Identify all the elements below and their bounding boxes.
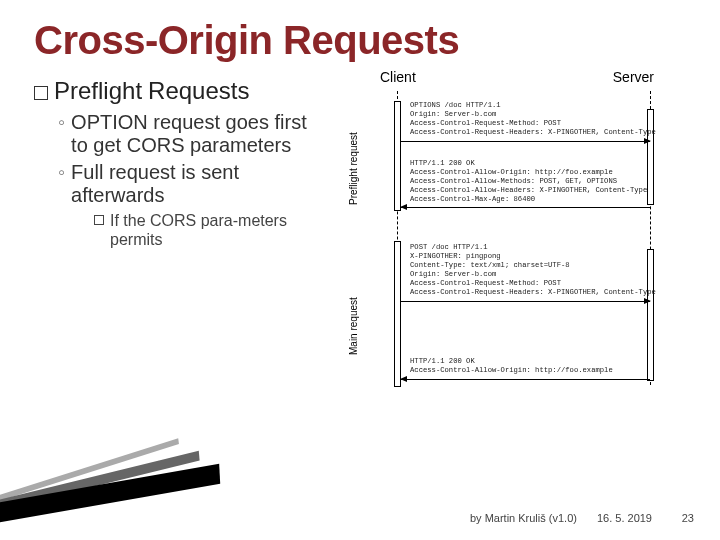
decorative-wedge bbox=[0, 476, 230, 534]
response-msg-1: HTTP/1.1 200 OK Access-Control-Allow-Ori… bbox=[410, 159, 647, 204]
slide-footer: by Martin Kruliš (v1.0) 16. 5. 2019 23 bbox=[0, 512, 720, 524]
sequence-diagram: Client Server Preflight request Main req… bbox=[332, 69, 692, 419]
list-item: ◦ OPTION request goes first to get CORS … bbox=[58, 111, 322, 157]
preflight-vlabel: Preflight request bbox=[348, 132, 359, 205]
request-msg-2: POST /doc HTTP/1.1 X-PINGOTHER: pingpong… bbox=[410, 243, 656, 297]
response-msg-2: HTTP/1.1 200 OK Access-Control-Allow-Ori… bbox=[410, 357, 613, 375]
main-vlabel: Main request bbox=[348, 297, 359, 355]
sub-list-item: If the CORS para-meters permits bbox=[94, 211, 322, 249]
square-bullet-icon bbox=[94, 215, 104, 225]
bullet-list: ◦ OPTION request goes first to get CORS … bbox=[58, 111, 322, 249]
slide-title: Cross-Origin Requests bbox=[34, 18, 692, 63]
server-label: Server bbox=[613, 69, 654, 85]
arrow-left-icon bbox=[401, 207, 650, 208]
arrow-left-icon bbox=[401, 379, 650, 380]
page-number: 23 bbox=[672, 512, 694, 524]
arrow-right-icon bbox=[401, 301, 650, 302]
ring-bullet-icon: ◦ bbox=[58, 161, 65, 207]
bullet-text: OPTION request goes first to get CORS pa… bbox=[71, 111, 322, 157]
sub-bullet-text: If the CORS para-meters permits bbox=[110, 211, 322, 249]
arrow-right-icon bbox=[401, 141, 650, 142]
wedge-stripe bbox=[0, 451, 200, 512]
heading-keyword: Preflight bbox=[54, 77, 142, 105]
activation-bar bbox=[394, 101, 401, 211]
request-msg-1: OPTIONS /doc HTTP/1.1 Origin: Server-b.c… bbox=[410, 101, 656, 137]
wedge-stripe bbox=[0, 438, 179, 504]
activation-bar bbox=[394, 241, 401, 387]
ring-bullet-icon: ◦ bbox=[58, 111, 65, 157]
slide: Cross-Origin Requests Preflight Requests… bbox=[0, 0, 720, 540]
content-columns: Preflight Requests ◦ OPTION request goes… bbox=[34, 69, 692, 419]
diagram-column: Client Server Preflight request Main req… bbox=[332, 69, 692, 419]
client-label: Client bbox=[380, 69, 416, 85]
text-column: Preflight Requests ◦ OPTION request goes… bbox=[34, 69, 322, 419]
heading-rest: Requests bbox=[148, 77, 249, 105]
list-item: ◦ Full request is sent afterwards bbox=[58, 161, 322, 207]
bullet-text: Full request is sent afterwards bbox=[71, 161, 322, 207]
footer-date: 16. 5. 2019 bbox=[597, 512, 652, 524]
footer-author: by Martin Kruliš (v1.0) bbox=[470, 512, 577, 524]
heading-line: Preflight Requests bbox=[34, 77, 322, 105]
square-bullet-icon bbox=[34, 86, 48, 100]
